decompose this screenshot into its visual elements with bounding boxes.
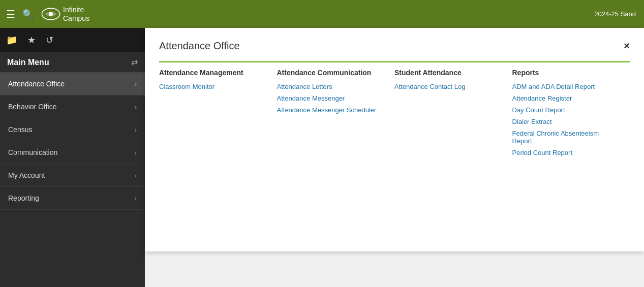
logo: Infinite Campus <box>41 6 89 23</box>
link-dialer-extract[interactable]: Dialer Extract <box>512 118 620 125</box>
chevron-right-icon: › <box>135 195 137 202</box>
main-layout: 📁 ★ ↺ Main Menu ⇄ Attendance Office › Be… <box>0 28 644 287</box>
collapse-icon[interactable]: ⇄ <box>131 57 138 67</box>
chevron-right-icon: › <box>135 172 137 179</box>
col-reports: Reports ADM and ADA Detail Report Attend… <box>512 61 630 161</box>
sidebar-item-reporting[interactable]: Reporting › <box>0 187 145 210</box>
sidebar-item-census[interactable]: Census › <box>0 118 145 141</box>
content-area: Attendance Office × Attendance Managemen… <box>145 28 644 287</box>
col-title-student-attendance: Student Attendance <box>394 69 502 77</box>
overlay-title: Attendance Office <box>159 40 240 52</box>
chevron-right-icon: › <box>135 126 137 134</box>
sidebar-item-label: Behavior Office <box>8 103 56 111</box>
chevron-right-icon: › <box>135 80 137 88</box>
top-bar: ☰ 🔍 Infinite Campus 2024-25 Sand <box>0 0 644 28</box>
link-adm-ada-detail-report[interactable]: ADM and ADA Detail Report <box>512 83 620 90</box>
search-icon[interactable]: 🔍 <box>22 9 34 20</box>
school-year-label: 2024-25 Sand <box>594 10 636 18</box>
sidebar-item-my-account[interactable]: My Account › <box>0 164 145 187</box>
overlay-panel: Attendance Office × Attendance Managemen… <box>145 28 644 251</box>
sidebar-icon-bar: 📁 ★ ↺ <box>0 28 145 52</box>
link-classroom-monitor[interactable]: Classroom Monitor <box>159 83 267 90</box>
sidebar-item-label: Reporting <box>8 194 39 202</box>
overlay-columns: Attendance Management Classroom Monitor … <box>159 61 630 161</box>
sidebar-item-label: Census <box>8 125 32 134</box>
link-attendance-letters[interactable]: Attendance Letters <box>277 83 385 90</box>
link-attendance-messenger[interactable]: Attendance Messenger <box>277 94 385 102</box>
link-period-count-report[interactable]: Period Count Report <box>512 149 620 156</box>
overlay-header: Attendance Office × <box>159 40 630 52</box>
link-attendance-contact-log[interactable]: Attendance Contact Log <box>394 83 502 90</box>
history-icon[interactable]: ↺ <box>46 35 53 46</box>
col-title-attendance-management: Attendance Management <box>159 69 267 77</box>
col-attendance-communication: Attendance Communication Attendance Lett… <box>277 61 395 161</box>
hamburger-icon[interactable]: ☰ <box>6 8 15 20</box>
sidebar-item-label: My Account <box>8 171 45 179</box>
sidebar-item-label: Communication <box>8 148 57 156</box>
sidebar: 📁 ★ ↺ Main Menu ⇄ Attendance Office › Be… <box>0 28 145 287</box>
sidebar-item-behavior-office[interactable]: Behavior Office › <box>0 95 145 118</box>
link-attendance-messenger-scheduler[interactable]: Attendance Messenger Scheduler <box>277 106 385 114</box>
col-student-attendance: Student Attendance Attendance Contact Lo… <box>394 61 512 161</box>
main-menu-title: Main Menu <box>7 58 49 67</box>
link-day-count-report[interactable]: Day Count Report <box>512 106 620 114</box>
close-icon[interactable]: × <box>624 40 630 52</box>
star-icon[interactable]: ★ <box>27 35 36 46</box>
col-title-attendance-communication: Attendance Communication <box>277 69 385 77</box>
chevron-right-icon: › <box>135 149 137 156</box>
link-federal-chronic-absenteeism-report[interactable]: Federal Chronic Absenteeism Report <box>512 130 620 145</box>
chevron-right-icon: › <box>135 103 137 111</box>
sidebar-header: Main Menu ⇄ <box>0 52 145 73</box>
folder-icon[interactable]: 📁 <box>6 35 17 46</box>
sidebar-item-label: Attendance Office <box>8 80 65 88</box>
col-attendance-management: Attendance Management Classroom Monitor <box>159 61 277 161</box>
link-attendance-register[interactable]: Attendance Register <box>512 94 620 102</box>
svg-point-1 <box>49 12 53 16</box>
col-title-reports: Reports <box>512 69 620 77</box>
sidebar-item-attendance-office[interactable]: Attendance Office › <box>0 73 145 95</box>
logo-text: Infinite Campus <box>63 6 89 23</box>
sidebar-item-communication[interactable]: Communication › <box>0 141 145 164</box>
